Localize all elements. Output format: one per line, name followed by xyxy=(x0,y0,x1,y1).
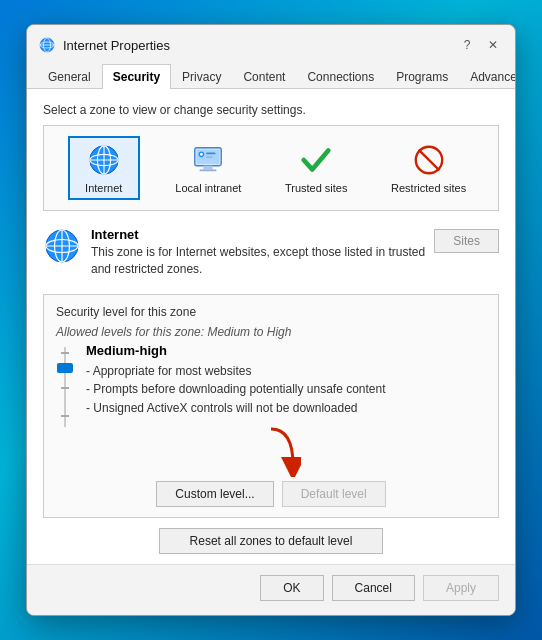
security-allowed-label: Allowed levels for this zone: Medium to … xyxy=(56,325,486,339)
custom-level-arrow xyxy=(241,427,301,477)
svg-rect-11 xyxy=(200,170,217,172)
security-level-title: Medium-high xyxy=(86,343,486,358)
security-level-desc: - Appropriate for most websites - Prompt… xyxy=(86,362,486,418)
tab-privacy[interactable]: Privacy xyxy=(171,64,232,89)
app-icon xyxy=(39,37,55,53)
slider-tick-top xyxy=(61,352,69,354)
internet-zone-label: Internet xyxy=(85,182,122,194)
svg-line-18 xyxy=(418,150,439,171)
zone-internet[interactable]: Internet xyxy=(68,136,140,200)
svg-rect-15 xyxy=(206,153,215,155)
ok-button[interactable]: OK xyxy=(260,575,323,601)
zone-trusted-sites[interactable]: Trusted sites xyxy=(277,136,356,200)
zone-desc-icon xyxy=(43,227,81,265)
default-level-button[interactable]: Default level xyxy=(282,481,386,507)
svg-rect-16 xyxy=(206,156,213,158)
zone-desc-body: This zone is for Internet websites, exce… xyxy=(91,244,426,278)
security-level-section: Security level for this zone Allowed lev… xyxy=(43,294,499,518)
apply-button[interactable]: Apply xyxy=(423,575,499,601)
dialog-footer: OK Cancel Apply xyxy=(27,564,515,615)
tab-connections[interactable]: Connections xyxy=(296,64,385,89)
zone-desc-text: Internet This zone is for Internet websi… xyxy=(91,227,426,278)
reset-all-zones-button[interactable]: Reset all zones to default level xyxy=(159,528,384,554)
title-bar: Internet Properties ? ✕ xyxy=(27,25,515,59)
svg-rect-10 xyxy=(204,166,213,170)
zone-local-intranet[interactable]: Local intranet xyxy=(167,136,249,200)
zone-desc-title: Internet xyxy=(91,227,426,242)
tab-content[interactable]: Content xyxy=(232,64,296,89)
svg-point-14 xyxy=(200,153,203,156)
security-text: Medium-high - Appropriate for most websi… xyxy=(86,343,486,418)
window-title: Internet Properties xyxy=(63,38,457,53)
security-slider[interactable] xyxy=(56,347,74,427)
trusted-sites-zone-label: Trusted sites xyxy=(285,182,348,194)
zone-restricted-sites[interactable]: Restricted sites xyxy=(383,136,474,200)
nav-tabs: General Security Privacy Content Connect… xyxy=(27,59,515,89)
tab-security[interactable]: Security xyxy=(102,64,171,89)
zone-description-box: Internet This zone is for Internet websi… xyxy=(43,221,499,284)
sites-button[interactable]: Sites xyxy=(434,229,499,253)
restricted-sites-zone-icon xyxy=(411,142,447,178)
reset-btn-row: Reset all zones to default level xyxy=(43,528,499,554)
internet-properties-window: Internet Properties ? ✕ General Security… xyxy=(26,24,516,616)
sec-desc-line-2: - Prompts before downloading potentially… xyxy=(86,382,386,396)
custom-level-button[interactable]: Custom level... xyxy=(156,481,273,507)
tab-programs[interactable]: Programs xyxy=(385,64,459,89)
slider-thumb xyxy=(57,363,73,373)
tab-general[interactable]: General xyxy=(37,64,102,89)
help-button[interactable]: ? xyxy=(457,35,477,55)
slider-tick-bottom xyxy=(61,415,69,417)
title-bar-controls: ? ✕ xyxy=(457,35,503,55)
zones-section-label: Select a zone to view or change security… xyxy=(43,103,499,117)
zones-row: Internet xyxy=(54,136,488,200)
restricted-sites-zone-label: Restricted sites xyxy=(391,182,466,194)
trusted-sites-zone-icon xyxy=(298,142,334,178)
internet-zone-icon xyxy=(86,142,122,178)
close-button[interactable]: ✕ xyxy=(483,35,503,55)
local-intranet-zone-icon xyxy=(190,142,226,178)
cancel-button[interactable]: Cancel xyxy=(332,575,415,601)
sec-desc-line-3: - Unsigned ActiveX controls will not be … xyxy=(86,401,358,415)
slider-track-line xyxy=(64,347,66,427)
arrow-container xyxy=(56,427,486,477)
local-intranet-zone-label: Local intranet xyxy=(175,182,241,194)
security-section-title: Security level for this zone xyxy=(56,305,486,319)
custom-level-btn-row: Custom level... Default level xyxy=(56,481,486,507)
tab-content-area: Select a zone to view or change security… xyxy=(27,89,515,564)
security-body: Medium-high - Appropriate for most websi… xyxy=(56,343,486,427)
sec-desc-line-1: - Appropriate for most websites xyxy=(86,364,251,378)
zones-box: Internet xyxy=(43,125,499,211)
slider-tick-mid xyxy=(61,387,69,389)
tab-advanced[interactable]: Advanced xyxy=(459,64,516,89)
